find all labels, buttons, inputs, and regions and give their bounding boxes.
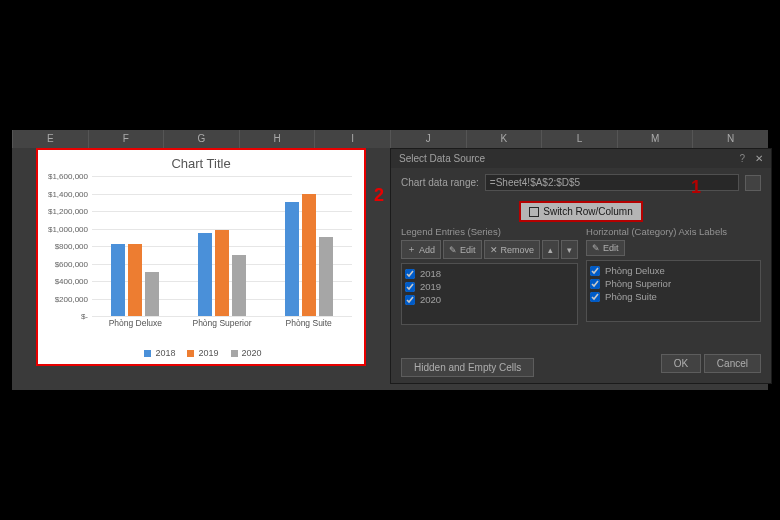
switch-row-column-label: Switch Row/Column	[543, 206, 632, 217]
series-checkbox[interactable]	[405, 282, 415, 292]
switch-icon	[529, 207, 539, 217]
y-tick-label: $1,400,000	[38, 189, 88, 198]
series-edit-button[interactable]: ✎Edit	[443, 240, 482, 259]
plot-area	[92, 176, 352, 316]
series-item[interactable]: 2018	[405, 267, 574, 280]
series-up-button[interactable]: ▴	[542, 240, 559, 259]
series-item-label: 2019	[420, 281, 441, 292]
chart-range-row: Chart data range:	[391, 168, 771, 197]
column-header[interactable]: G	[163, 130, 239, 148]
column-header[interactable]: N	[692, 130, 768, 148]
bar-2019[interactable]	[302, 194, 316, 317]
series-item[interactable]: 2019	[405, 280, 574, 293]
axis-checkbox[interactable]	[590, 279, 600, 289]
bar-2018[interactable]	[111, 244, 125, 316]
series-remove-button[interactable]: ✕Remove	[484, 240, 541, 259]
remove-icon: ✕	[490, 245, 498, 255]
y-tick-label: $400,000	[38, 277, 88, 286]
y-tick-label: $600,000	[38, 259, 88, 268]
column-header[interactable]: E	[12, 130, 88, 148]
help-icon[interactable]: ?	[739, 153, 745, 164]
column-header[interactable]: I	[314, 130, 390, 148]
bar-groups	[92, 176, 352, 316]
bar-2018[interactable]	[285, 202, 299, 316]
legend-item[interactable]: 2019	[183, 348, 218, 358]
axis-item[interactable]: Phòng Suite	[590, 290, 757, 303]
bar-2018[interactable]	[198, 233, 212, 316]
screenshot-stage: EFGHIJKLMN Chart Title $1,600,000$1,400,…	[0, 0, 780, 520]
column-header[interactable]: H	[239, 130, 315, 148]
x-tick-label: Phòng Deluxe	[92, 318, 179, 328]
series-checklist: 201820192020	[401, 263, 578, 325]
callout-2: 2	[374, 185, 384, 206]
range-picker-icon[interactable]	[745, 175, 761, 191]
add-label: Add	[419, 245, 435, 255]
spreadsheet-backdrop: EFGHIJKLMN Chart Title $1,600,000$1,400,…	[12, 130, 768, 390]
chart-title: Chart Title	[38, 150, 364, 171]
select-data-source-dialog: Select Data Source ? ✕ Chart data range:…	[390, 148, 772, 384]
chart-legend: 201820192020	[38, 348, 364, 358]
remove-label: Remove	[501, 245, 535, 255]
switch-row-column-button[interactable]: Switch Row/Column	[519, 201, 642, 222]
column-header[interactable]: J	[390, 130, 466, 148]
callout-1: 1	[691, 177, 701, 198]
y-tick-label: $1,200,000	[38, 207, 88, 216]
dialog-titlebar: Select Data Source ? ✕	[391, 149, 771, 168]
x-tick-label: Phòng Suite	[265, 318, 352, 328]
column-header[interactable]: K	[466, 130, 542, 148]
series-checkbox[interactable]	[405, 295, 415, 305]
axis-checklist: Phòng DeluxePhòng SuperiorPhòng Suite	[586, 260, 761, 322]
embedded-chart[interactable]: Chart Title $1,600,000$1,400,000$1,200,0…	[36, 148, 366, 366]
axis-item[interactable]: Phòng Deluxe	[590, 264, 757, 277]
chart-range-label: Chart data range:	[401, 177, 479, 188]
series-down-button[interactable]: ▾	[561, 240, 578, 259]
bar-group	[179, 176, 266, 316]
bar-2020[interactable]	[232, 255, 246, 316]
column-header[interactable]: L	[541, 130, 617, 148]
x-tick-label: Phòng Superior	[179, 318, 266, 328]
axis-labels-header: Horizontal (Category) Axis Labels	[586, 226, 761, 237]
dialog-title-text: Select Data Source	[399, 153, 485, 164]
series-item-label: 2020	[420, 294, 441, 305]
series-item-label: 2018	[420, 268, 441, 279]
axis-item[interactable]: Phòng Superior	[590, 277, 757, 290]
y-tick-label: $800,000	[38, 242, 88, 251]
legend-entries-header: Legend Entries (Series)	[401, 226, 578, 237]
bar-2019[interactable]	[128, 244, 142, 316]
bar-group	[92, 176, 179, 316]
x-axis-labels: Phòng DeluxePhòng SuperiorPhòng Suite	[92, 318, 352, 328]
bar-2020[interactable]	[319, 237, 333, 316]
axis-labels-panel: Horizontal (Category) Axis Labels ✎Edit …	[586, 226, 761, 325]
edit-icon: ✎	[592, 243, 600, 253]
column-header[interactable]: M	[617, 130, 693, 148]
axis-checkbox[interactable]	[590, 292, 600, 302]
y-axis-ticks: $1,600,000$1,400,000$1,200,000$1,000,000…	[38, 176, 92, 316]
axis-item-label: Phòng Deluxe	[605, 265, 665, 276]
legend-item[interactable]: 2020	[227, 348, 262, 358]
series-add-button[interactable]: ＋Add	[401, 240, 441, 259]
axis-item-label: Phòng Superior	[605, 278, 671, 289]
hidden-empty-cells-button[interactable]: Hidden and Empty Cells	[401, 358, 534, 377]
y-tick-label: $1,000,000	[38, 224, 88, 233]
axis-item-label: Phòng Suite	[605, 291, 657, 302]
bar-2019[interactable]	[215, 230, 229, 316]
axis-edit-label: Edit	[603, 243, 619, 253]
cancel-button[interactable]: Cancel	[704, 354, 761, 373]
bar-2020[interactable]	[145, 272, 159, 316]
close-icon[interactable]: ✕	[755, 153, 763, 164]
y-tick-label: $200,000	[38, 294, 88, 303]
gridline	[92, 316, 352, 317]
legend-item[interactable]: 2018	[140, 348, 175, 358]
add-icon: ＋	[407, 243, 416, 256]
axis-edit-button[interactable]: ✎Edit	[586, 240, 625, 256]
ok-button[interactable]: OK	[661, 354, 701, 373]
series-checkbox[interactable]	[405, 269, 415, 279]
legend-swatch	[231, 350, 238, 357]
column-header[interactable]: F	[88, 130, 164, 148]
legend-entries-panel: Legend Entries (Series) ＋Add ✎Edit ✕Remo…	[401, 226, 578, 325]
axis-checkbox[interactable]	[590, 266, 600, 276]
series-item[interactable]: 2020	[405, 293, 574, 306]
legend-swatch	[144, 350, 151, 357]
edit-label: Edit	[460, 245, 476, 255]
edit-icon: ✎	[449, 245, 457, 255]
